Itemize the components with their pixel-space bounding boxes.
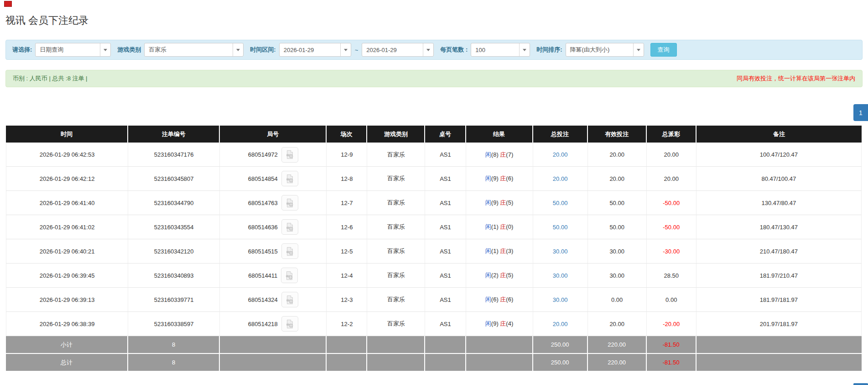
table-row: 2026-01-29 06:41:40 523160344790 6805147… — [6, 191, 862, 215]
video-replay-button[interactable] — [281, 268, 298, 283]
table-header: 时间 注单编号 局号 场次 游戏类别 桌号 结果 总投注 有效投注 总派彩 备注 — [6, 126, 862, 142]
total-bet-link[interactable]: 50.00 — [553, 200, 568, 206]
total-bet-link[interactable]: 20.00 — [553, 175, 568, 182]
cell-remark: 100.47/120.47 — [696, 142, 862, 167]
video-replay-button[interactable] — [281, 195, 298, 211]
total-bet-link[interactable]: 20.00 — [553, 151, 568, 158]
total-bet-link[interactable]: 30.00 — [553, 296, 568, 303]
cell-table-no: AS1 — [425, 215, 466, 239]
result-banker-label: 庄 — [500, 320, 506, 327]
result-banker-score: (3) — [506, 248, 513, 254]
col-remark: 备注 — [696, 126, 862, 142]
cell-time: 2026-01-29 06:39:45 — [6, 264, 128, 288]
result-banker-label: 庄 — [500, 223, 506, 230]
cell-remark: 180.47/130.47 — [696, 215, 862, 239]
pagination-page-1[interactable]: 1 — [853, 104, 868, 121]
cell-session: 12-6 — [327, 215, 367, 239]
cell-payout: 0.00 — [647, 288, 696, 312]
cell-table-no: AS1 — [425, 239, 466, 264]
cell-game-type: 百家乐 — [367, 191, 425, 215]
table-row: 2026-01-29 06:38:39 523160338597 6805142… — [6, 312, 862, 336]
filter-group-sort: 时间排序: 降冪(由大到小) — [536, 43, 644, 57]
chevron-down-icon[interactable] — [340, 43, 351, 56]
cell-result: 闲(2) 庄(5) — [466, 264, 533, 288]
cell-total-bet: 30.00 — [533, 239, 588, 264]
result-banker-label: 庄 — [500, 199, 506, 206]
round-id-value: 680514636 — [248, 224, 278, 231]
cell-total-bet: 20.00 — [533, 312, 588, 336]
video-replay-button[interactable] — [281, 219, 298, 235]
cell-valid-bet: 20.00 — [588, 167, 647, 191]
chevron-down-icon[interactable] — [423, 43, 433, 56]
cell-remark: 201.97/181.97 — [696, 312, 862, 336]
subtotal-total-bet: 250.00 — [533, 336, 588, 354]
total-bet-link[interactable]: 30.00 — [553, 248, 568, 255]
total-payout: -81.50 — [647, 354, 696, 372]
cell-valid-bet: 30.00 — [588, 264, 647, 288]
cell-remark: 130.47/80.47 — [696, 191, 862, 215]
result-player-score: (9) — [491, 320, 499, 327]
table-body: 2026-01-29 06:42:53 523160347176 6805149… — [6, 142, 862, 336]
filter-group-daterange: 时间区间: 2026-01-29 ~ 2026-01-29 — [250, 43, 434, 57]
round-id-value: 680514763 — [248, 200, 278, 206]
date-from-select[interactable]: 2026-01-29 — [279, 43, 351, 57]
game-type-select[interactable]: 百家乐 — [144, 43, 244, 57]
pagination-bottom-partial[interactable] — [853, 383, 868, 385]
cell-bet-id: 523160338597 — [128, 312, 220, 336]
cell-time: 2026-01-29 06:39:13 — [6, 288, 128, 312]
result-player-label: 闲 — [485, 272, 491, 279]
cell-table-no: AS1 — [425, 312, 466, 336]
total-bet-link[interactable]: 50.00 — [553, 224, 568, 231]
cell-bet-id: 523160342120 — [128, 239, 220, 264]
cell-round-id: 680514218 — [220, 312, 327, 336]
query-type-select[interactable]: 日期查询 — [35, 43, 111, 57]
cell-game-type: 百家乐 — [367, 239, 425, 264]
result-player-score: (1) — [491, 223, 499, 230]
total-count: 8 — [128, 354, 220, 372]
video-replay-button[interactable] — [281, 171, 298, 186]
time-sort-select[interactable]: 降冪(由大到小) — [566, 43, 644, 57]
cell-round-id: 680514515 — [220, 239, 327, 264]
cell-total-bet: 50.00 — [533, 191, 588, 215]
per-page-select[interactable]: 100 — [471, 43, 530, 57]
total-bet-link[interactable]: 30.00 — [553, 272, 568, 279]
cell-game-type: 百家乐 — [367, 288, 425, 312]
chevron-down-icon[interactable] — [633, 43, 644, 56]
result-player-score: (2) — [491, 272, 499, 279]
date-range-label: 时间区间: — [250, 46, 275, 54]
broken-image-icon — [4, 1, 12, 7]
query-button[interactable]: 查询 — [650, 43, 677, 57]
chevron-down-icon[interactable] — [100, 43, 110, 56]
result-banker-score: (6) — [506, 296, 513, 303]
cell-valid-bet: 0.00 — [588, 288, 647, 312]
cell-session: 12-2 — [327, 312, 367, 336]
cell-valid-bet: 50.00 — [588, 215, 647, 239]
cell-result: 闲(9) 庄(4) — [466, 312, 533, 336]
video-replay-button[interactable] — [281, 243, 298, 259]
date-to-select[interactable]: 2026-01-29 — [362, 43, 434, 57]
select-label: 请选择: — [12, 46, 32, 54]
video-replay-button[interactable] — [281, 316, 298, 332]
result-player-label: 闲 — [485, 320, 491, 327]
cell-table-no: AS1 — [425, 167, 466, 191]
cell-bet-id: 523160347176 — [128, 142, 220, 167]
chevron-down-icon[interactable] — [233, 43, 243, 56]
video-file-icon — [285, 174, 295, 184]
total-row: 总计 8 250.00 220.00 -81.50 — [6, 354, 862, 372]
cell-bet-id: 523160343554 — [128, 215, 220, 239]
chevron-down-icon[interactable] — [519, 43, 530, 56]
result-banker-label: 庄 — [500, 151, 506, 158]
cell-round-id: 680514411 — [220, 264, 327, 288]
cell-payout: -30.00 — [647, 239, 696, 264]
total-bet-link[interactable]: 20.00 — [553, 321, 568, 327]
cell-valid-bet: 20.00 — [588, 142, 647, 167]
round-id-value: 680514515 — [248, 248, 278, 255]
col-round-id: 局号 — [220, 126, 327, 142]
cell-time: 2026-01-29 06:38:39 — [6, 312, 128, 336]
result-banker-score: (7) — [506, 151, 513, 158]
cell-session: 12-8 — [327, 167, 367, 191]
cell-time: 2026-01-29 06:41:02 — [6, 215, 128, 239]
video-replay-button[interactable] — [281, 147, 298, 163]
video-replay-button[interactable] — [281, 292, 298, 307]
subtotal-label: 小计 — [6, 336, 128, 354]
